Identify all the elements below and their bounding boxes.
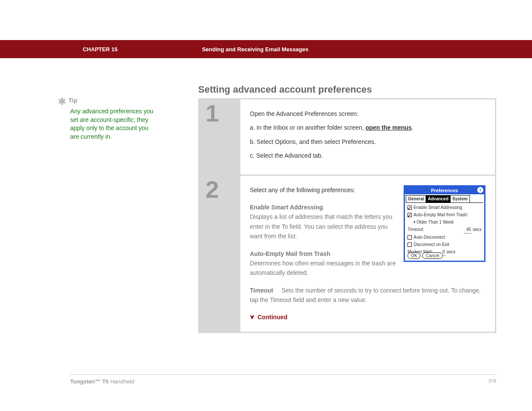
pref-auto-empty-desc: Determines how often email messages in t…: [250, 258, 396, 278]
timeout-unit: secs: [473, 226, 482, 233]
asterisk-icon: ✱: [58, 97, 66, 106]
dropdown-older-than[interactable]: ▾ Older Than 1 Week: [414, 219, 482, 226]
step-num-col: 1: [199, 100, 240, 174]
step-1: 1 Open the Advanced Preferences screen: …: [199, 100, 495, 174]
step1-c: c. Select the Advanced tab.: [250, 151, 485, 160]
footer-product: Tungsten™ T5 Handheld: [70, 378, 134, 385]
timeout-value: 45: [464, 226, 472, 234]
continued-link[interactable]: ➤ Continued: [250, 312, 485, 322]
chapter-label: CHAPTER 15: [83, 46, 118, 53]
screenshot-title-text: Preferences: [431, 188, 458, 193]
pref-timeout-desc: Sets the number of seconds to try to con…: [250, 287, 481, 303]
chk-smart-addressing[interactable]: Enable Smart Addressing: [408, 204, 482, 211]
checkbox-icon: [408, 243, 412, 247]
step-number: 2: [205, 177, 219, 202]
screenshot-title: Preferences i: [405, 187, 484, 194]
cancel-button[interactable]: Cancel: [422, 252, 442, 259]
footer-product-bold: Tungsten™ T5: [70, 378, 109, 385]
chk-auto-disconnect[interactable]: Auto-Disconnect: [408, 234, 482, 241]
step-body: Open the Advanced Preferences screen: a.…: [240, 100, 495, 174]
step-body: Select any of the following preferences:…: [240, 176, 495, 332]
checkbox-icon: [408, 213, 412, 217]
preferences-screenshot: Preferences i General Advanced System En…: [404, 185, 485, 262]
checkbox-icon: [408, 206, 412, 210]
modem-unit: secs: [447, 249, 456, 255]
footer: Tungsten™ T5 Handheld 378: [70, 374, 496, 385]
tab-general[interactable]: General: [406, 195, 426, 202]
step1-intro: Open the Advanced Preferences screen:: [250, 109, 485, 118]
section-title: Setting advanced account preferences: [198, 84, 372, 95]
header-bar: CHAPTER 15 Sending and Receiving Email M…: [0, 40, 532, 58]
chk-label: Auto-Empty Mail from Trash:: [414, 212, 468, 218]
tab-content: Enable Smart Addressing Auto-Empty Mail …: [405, 203, 484, 257]
pref-auto-empty-title: Auto-Empty Mail from Trash: [250, 249, 396, 258]
step1-a-prefix: a. In the Inbox or on another folder scr…: [250, 124, 366, 131]
continued-label: Continued: [258, 312, 287, 322]
step2-intro: Select any of the following preferences:: [250, 185, 396, 195]
step1-a: a. In the Inbox or on another folder scr…: [250, 123, 485, 132]
pref-timeout-title: Timeout: [250, 287, 273, 294]
ok-button[interactable]: OK: [408, 252, 420, 259]
header-title: Sending and Receiving Email Messages: [202, 46, 308, 53]
continued-arrow-icon: ➤: [248, 315, 257, 320]
dropdown-label: Older Than 1 Week: [417, 219, 454, 226]
tab-advanced[interactable]: Advanced: [426, 195, 451, 202]
step-num-col: 2: [199, 176, 240, 332]
chk-auto-empty[interactable]: Auto-Empty Mail from Trash:: [408, 212, 482, 218]
footer-product-light: Handheld: [109, 378, 134, 385]
pref-smart-addressing-desc: Displays a list of addresses that match …: [250, 212, 396, 241]
chk-label: Disconnect on Exit: [414, 241, 449, 248]
step-number: 1: [205, 101, 219, 125]
tip-label: Tip: [68, 97, 78, 104]
pref-smart-addressing-title: Enable Smart Addressing: [250, 202, 396, 212]
tip-text: Any advanced preferences you set are acc…: [70, 107, 156, 141]
info-icon[interactable]: i: [477, 187, 483, 193]
timeout-label: Timeout:: [408, 226, 424, 233]
timeout-field[interactable]: Timeout: 45 secs: [408, 226, 482, 234]
chk-label: Auto-Disconnect: [414, 234, 445, 241]
step1-b: b. Select Options, and then select Prefe…: [250, 137, 485, 146]
open-menus-link[interactable]: open the menus: [366, 124, 412, 131]
checkbox-icon: [408, 235, 412, 240]
step-2: 2 Select any of the following preference…: [199, 176, 495, 332]
chk-disconnect-exit[interactable]: Disconnect on Exit: [408, 241, 482, 248]
tip-sidebar: ✱ Tip Any advanced preferences you set a…: [58, 97, 179, 141]
dropdown-arrow-icon: ▾: [414, 219, 416, 225]
tab-system[interactable]: System: [450, 195, 470, 202]
tabs: General Advanced System: [406, 195, 483, 203]
footer-page-number: 378: [488, 378, 496, 385]
chk-label: Enable Smart Addressing: [414, 204, 462, 211]
steps-container: 1 Open the Advanced Preferences screen: …: [198, 98, 496, 333]
step1-a-suffix: .: [412, 124, 414, 131]
